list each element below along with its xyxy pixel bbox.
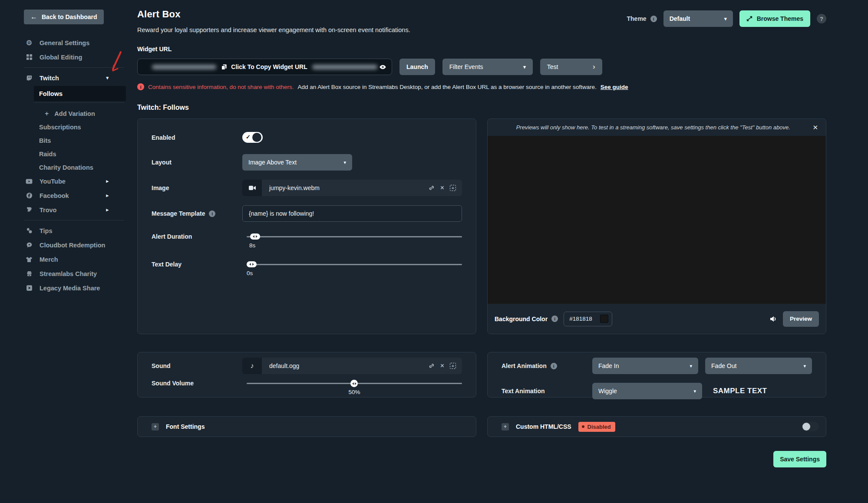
- chat-bubble-icon: [25, 242, 33, 248]
- filter-events-dropdown[interactable]: Filter Events ▾: [442, 59, 533, 75]
- error-icon: i: [137, 83, 144, 90]
- help-icon[interactable]: ?: [817, 14, 826, 23]
- save-settings-button[interactable]: Save Settings: [773, 451, 826, 467]
- info-icon[interactable]: i: [551, 316, 558, 322]
- image-file-actions: × +: [429, 184, 462, 191]
- animation-out-value: Fade Out: [711, 362, 736, 369]
- preview-header: Previews will only show here. To test in…: [488, 119, 826, 136]
- theme-dropdown[interactable]: Default ▾: [663, 10, 733, 27]
- test-button[interactable]: Test ›: [540, 59, 602, 75]
- sidebar-item-general-settings[interactable]: ⚙ General Settings: [0, 36, 130, 50]
- speaker-icon[interactable]: [769, 316, 777, 322]
- animation-in-value: Fade In: [598, 362, 619, 369]
- sidebar-item-twitch[interactable]: Twitch ▾: [0, 71, 130, 85]
- sidebar-item-trovo[interactable]: Trovo ▸: [0, 203, 130, 217]
- see-guide-link[interactable]: See guide: [601, 84, 628, 90]
- sidebar-item-streamlabs-charity[interactable]: Streamlabs Charity: [0, 266, 130, 281]
- sound-volume-value: 50%: [348, 389, 360, 395]
- sidebar-item-raids[interactable]: Raids: [0, 147, 130, 161]
- slider-thumb[interactable]: [250, 233, 260, 240]
- launch-button[interactable]: Launch: [399, 59, 435, 75]
- eye-icon[interactable]: [379, 63, 386, 71]
- link-icon[interactable]: [429, 363, 435, 369]
- check-icon: ✓: [246, 134, 251, 140]
- info-icon[interactable]: i: [650, 16, 657, 22]
- sidebar-item-label: Facebook: [40, 192, 69, 199]
- back-to-dashboard-button[interactable]: ← Back to Dashboard: [24, 10, 104, 24]
- font-settings-panel[interactable]: + Font Settings: [137, 416, 476, 437]
- sidebar-item-merch[interactable]: Merch: [0, 252, 130, 266]
- animation-out-dropdown[interactable]: Fade Out ▾: [705, 358, 812, 374]
- sensitive-info-warning: i Contains sensitive information, do not…: [137, 83, 826, 90]
- background-color-value: #181818: [569, 316, 592, 322]
- warning-text: Add an Alert Box source in Streamlabs De…: [297, 84, 596, 90]
- sidebar-item-cloudbot-redemption[interactable]: Cloudbot Redemption: [0, 238, 130, 252]
- text-animation-label: Text Animation: [502, 388, 592, 395]
- add-variation-button[interactable]: + Add Variation: [0, 107, 130, 120]
- alert-settings-card: Enabled ✓ Layout Image Above Text ▾ Imag…: [137, 118, 476, 334]
- chevron-down-icon: ▾: [724, 16, 727, 22]
- sidebar-item-global-editing[interactable]: Global Editing: [0, 50, 130, 64]
- preview-footer: Background Color i #181818 Preview: [488, 304, 826, 334]
- page-subtitle: Reward your loyal supporters and increas…: [137, 26, 826, 33]
- sidebar-item-follows-active[interactable]: Follows: [34, 86, 126, 101]
- text-delay-value: 0s: [247, 270, 253, 276]
- expand-icon[interactable]: +: [502, 423, 509, 431]
- slider-track[interactable]: [247, 264, 462, 265]
- sidebar-divider: [24, 220, 124, 220]
- browse-themes-label: Browse Themes: [757, 15, 803, 22]
- preview-button[interactable]: Preview: [783, 311, 819, 327]
- info-icon[interactable]: i: [209, 210, 215, 217]
- alert-animation-label: Alert Animation i: [502, 362, 592, 369]
- slider-thumb[interactable]: [247, 261, 257, 267]
- custom-html-css-label: Custom HTML/CSS: [516, 423, 571, 430]
- media-picker-icon[interactable]: +: [450, 363, 456, 369]
- link-icon[interactable]: [429, 185, 435, 191]
- media-picker-icon[interactable]: +: [450, 185, 456, 191]
- text-animation-dropdown[interactable]: Wiggle ▾: [592, 383, 702, 399]
- close-icon[interactable]: ✕: [812, 124, 819, 132]
- custom-html-toggle[interactable]: [802, 422, 819, 431]
- sidebar-divider: [24, 67, 124, 68]
- background-color-input[interactable]: #181818: [564, 312, 612, 326]
- message-template-input[interactable]: [242, 205, 462, 222]
- sidebar-item-tips[interactable]: Tips: [0, 224, 130, 238]
- expand-icon[interactable]: +: [152, 423, 159, 431]
- sidebar-item-youtube[interactable]: YouTube ▸: [0, 174, 130, 188]
- chevron-down-icon: ▾: [523, 64, 526, 70]
- layout-dropdown[interactable]: Image Above Text ▾: [242, 154, 352, 171]
- chevron-down-icon: ▾: [803, 363, 806, 369]
- alert-duration-value: 8s: [249, 242, 255, 249]
- sound-volume-slider[interactable]: 50%: [247, 380, 462, 399]
- play-square-icon: [25, 285, 33, 291]
- info-icon[interactable]: i: [551, 363, 557, 369]
- remove-icon[interactable]: ×: [440, 362, 444, 369]
- sidebar-item-charity-donations[interactable]: Charity Donations: [0, 161, 130, 174]
- text-animation-value: Wiggle: [598, 388, 617, 395]
- chevron-down-icon: ▾: [690, 363, 693, 369]
- sidebar-item-label: Trovo: [40, 207, 56, 214]
- slider-thumb[interactable]: [350, 380, 358, 387]
- text-delay-slider[interactable]: 0s: [247, 261, 462, 280]
- image-file-input[interactable]: jumpy-kevin.webm × +: [242, 180, 462, 196]
- sound-file-input[interactable]: ♪ default.ogg × +: [242, 358, 462, 374]
- remove-icon[interactable]: ×: [440, 184, 444, 191]
- chevron-down-icon[interactable]: ▾: [106, 75, 109, 81]
- widget-url-copy-field[interactable]: Click To Copy Widget URL: [137, 59, 392, 75]
- blurred-url-segment: [152, 65, 216, 69]
- widget-url-label: Widget URL: [137, 46, 826, 53]
- color-swatch[interactable]: [600, 315, 608, 323]
- browse-themes-button[interactable]: Browse Themes: [739, 10, 810, 27]
- tshirt-icon: [25, 256, 33, 263]
- animation-in-dropdown[interactable]: Fade In ▾: [592, 358, 698, 374]
- sidebar-item-legacy-media-share[interactable]: Legacy Media Share: [0, 281, 130, 295]
- warning-highlight: Contains sensitive information, do not s…: [148, 84, 294, 90]
- facebook-icon: [25, 192, 33, 199]
- slider-track[interactable]: [247, 236, 462, 237]
- sidebar-item-bits[interactable]: Bits: [0, 134, 130, 147]
- alert-duration-slider[interactable]: 8s: [247, 233, 462, 252]
- enabled-toggle[interactable]: ✓: [242, 132, 263, 143]
- sidebar-item-facebook[interactable]: Facebook ▸: [0, 188, 130, 203]
- plus-icon: +: [45, 110, 49, 118]
- sidebar-item-subscriptions[interactable]: Subscriptions: [0, 120, 130, 134]
